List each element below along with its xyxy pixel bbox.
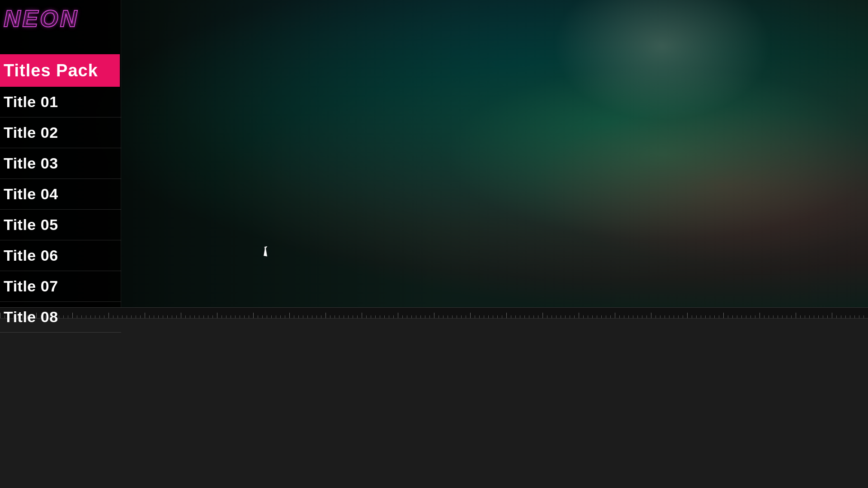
menu-item-title04[interactable]: Title 04 <box>0 179 121 210</box>
person-silhouette <box>280 0 868 307</box>
timeline-ruler[interactable] <box>0 307 868 319</box>
menu-item-title01[interactable]: Title 01 <box>0 87 121 117</box>
menu-item-title05[interactable]: Title 05 <box>0 210 121 240</box>
menu-item-title07[interactable]: Title 07 <box>0 271 121 302</box>
menu-item-label-3: Title 03 <box>4 155 58 172</box>
menu-item-title06[interactable]: Title 06 <box>0 240 121 271</box>
neon-logo: NEON <box>4 7 79 30</box>
titles-pack-header: Titles Pack <box>0 54 120 87</box>
menu-item-title02[interactable]: Title 02 <box>0 117 121 148</box>
menu-item-title03[interactable]: Title 03 <box>0 148 121 179</box>
timeline-area <box>0 307 868 488</box>
menu-item-label-4: Title 04 <box>4 185 58 203</box>
menu-list: Title 01 Title 02 Title 03 Title 04 Titl… <box>0 87 121 333</box>
menu-item-label-7: Title 07 <box>4 277 58 295</box>
menu-item-label-1: Title 01 <box>4 93 58 111</box>
menu-item-title08[interactable]: Title 08 <box>0 302 121 333</box>
menu-item-label-5: Title 05 <box>4 216 58 234</box>
titles-pack-label: Titles Pack <box>4 61 98 80</box>
timeline-content <box>0 319 868 488</box>
menu-item-label-8: Title 08 <box>4 308 58 326</box>
menu-item-label-6: Title 06 <box>4 247 58 264</box>
sidebar: NEON Titles Pack Title 01 Title 02 Title… <box>0 0 121 307</box>
menu-item-label-2: Title 02 <box>4 124 58 141</box>
preview-area <box>0 0 868 307</box>
